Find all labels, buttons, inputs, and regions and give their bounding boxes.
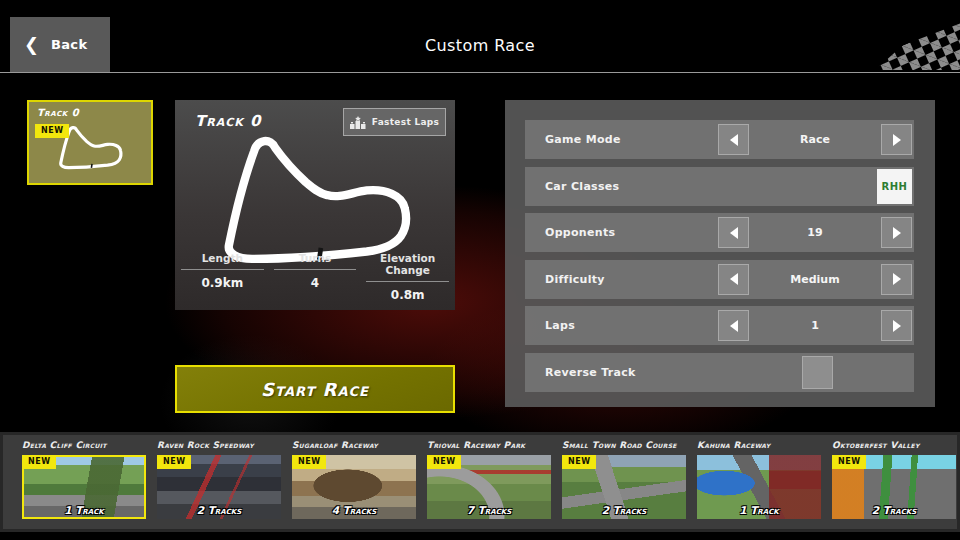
setting-row-difficulty: Difficulty Medium (525, 260, 914, 299)
car-classes-label: Car Classes (545, 167, 619, 206)
track-detail-panel: Track 0 Fastest Laps Length 0.9km Turns … (175, 100, 455, 310)
tracks-count: 1 Track (22, 504, 146, 516)
opponents-value: 19 (749, 226, 881, 239)
selected-track-card[interactable]: Track 0 NEW (27, 100, 153, 185)
track-thumbnail[interactable]: NEW 2 Tracks (562, 455, 686, 519)
arrow-left-icon (730, 320, 738, 332)
track-carousel: Delta Cliff Circuit NEW 1 Track Raven Ro… (0, 432, 960, 532)
stat-elevation: Elevation Change 0.8m (366, 252, 449, 302)
arrow-right-icon (893, 320, 901, 332)
track-map (175, 122, 455, 270)
page-title: Custom Race (0, 36, 960, 55)
stat-length: Length 0.9km (181, 252, 264, 302)
setting-row-reverse-track: Reverse Track (525, 353, 914, 392)
carousel-item-oktoberfest-valley[interactable]: Oktoberfest Valley NEW 2 Tracks (832, 440, 956, 529)
track-stats: Length 0.9km Turns 4 Elevation Change 0.… (181, 252, 449, 302)
reverse-track-checkbox[interactable] (802, 356, 833, 389)
arrow-right-icon (893, 134, 901, 146)
laps-label: Laps (545, 306, 575, 345)
tracks-count: 2 Tracks (157, 504, 281, 516)
tracks-count: 2 Tracks (562, 504, 686, 516)
opponents-label: Opponents (545, 213, 615, 252)
checkered-flag-icon (865, 6, 960, 70)
carousel-item-trioval-raceway-park[interactable]: Trioval Raceway Park NEW 7 Tracks (427, 440, 551, 529)
carousel-item-kahuna-raceway[interactable]: Kahuna Raceway 1 Track (697, 440, 821, 529)
start-race-button[interactable]: Start Race (175, 365, 455, 413)
track-thumbnail[interactable]: NEW 7 Tracks (427, 455, 551, 519)
arrow-left-icon (730, 273, 738, 285)
setting-row-opponents: Opponents 19 (525, 213, 914, 252)
game-mode-label: Game Mode (545, 120, 621, 159)
tracks-count: 4 Tracks (292, 504, 416, 516)
new-badge: NEW (427, 455, 461, 469)
difficulty-prev-button[interactable] (718, 264, 749, 295)
game-mode-next-button[interactable] (881, 124, 912, 155)
track-thumbnail[interactable]: NEW 2 Tracks (832, 455, 956, 519)
arrow-left-icon (730, 134, 738, 146)
difficulty-value: Medium (749, 273, 881, 286)
carousel-item-sugarloaf-raceway[interactable]: Sugarloaf Raceway NEW 4 Tracks (292, 440, 416, 529)
laps-prev-button[interactable] (718, 310, 749, 341)
difficulty-label: Difficulty (545, 260, 605, 299)
opponents-prev-button[interactable] (718, 217, 749, 248)
new-badge: NEW (35, 124, 69, 138)
selected-track-name: Track 0 (37, 107, 79, 118)
reverse-track-label: Reverse Track (545, 353, 636, 392)
new-badge: NEW (22, 455, 56, 469)
arrow-right-icon (893, 227, 901, 239)
carousel-item-raven-rock-speedway[interactable]: Raven Rock Speedway NEW 2 Tracks (157, 440, 281, 529)
track-thumbnail[interactable]: 1 Track (697, 455, 821, 519)
laps-next-button[interactable] (881, 310, 912, 341)
setting-row-laps: Laps 1 (525, 306, 914, 345)
tracks-count: 7 Tracks (427, 504, 551, 516)
track-thumbnail[interactable]: NEW 2 Tracks (157, 455, 281, 519)
track-thumbnail[interactable]: NEW 1 Track (22, 455, 146, 519)
track-thumbnail[interactable]: NEW 4 Tracks (292, 455, 416, 519)
new-badge: NEW (157, 455, 191, 469)
new-badge: NEW (832, 455, 866, 469)
stat-turns: Turns 4 (274, 252, 357, 302)
tracks-count: 2 Tracks (832, 504, 956, 516)
setting-row-game-mode: Game Mode Race (525, 120, 914, 159)
laps-value: 1 (749, 319, 881, 332)
opponents-next-button[interactable] (881, 217, 912, 248)
car-classes-badge[interactable]: RHH (877, 169, 912, 204)
game-mode-prev-button[interactable] (718, 124, 749, 155)
carousel-item-delta-cliff-circuit[interactable]: Delta Cliff Circuit NEW 1 Track (22, 440, 146, 529)
new-badge: NEW (562, 455, 596, 469)
arrow-left-icon (730, 227, 738, 239)
new-badge: NEW (292, 455, 326, 469)
game-mode-value: Race (749, 133, 881, 146)
tracks-count: 1 Track (697, 504, 821, 516)
setting-row-car-classes: Car Classes RHH (525, 167, 914, 206)
difficulty-next-button[interactable] (881, 264, 912, 295)
carousel-item-small-town-road-course[interactable]: Small Town Road Course NEW 2 Tracks (562, 440, 686, 529)
header-bar: ❮ Back Custom Race (0, 0, 960, 73)
settings-panel: Game Mode Race Car Classes RHH Opponents… (505, 100, 935, 407)
arrow-right-icon (893, 273, 901, 285)
